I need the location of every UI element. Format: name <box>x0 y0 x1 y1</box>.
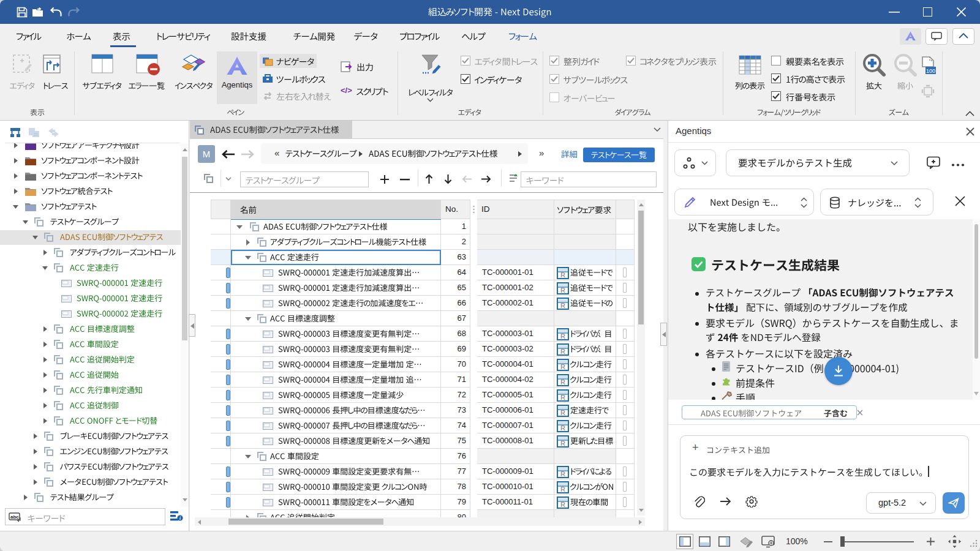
svg-text:abc: abc <box>10 514 19 520</box>
svg-text:R: R <box>560 332 565 340</box>
svg-text:100: 100 <box>926 68 935 74</box>
svg-text:R: R <box>560 485 565 493</box>
svg-text:R: R <box>560 501 565 508</box>
svg-text:R: R <box>560 302 565 309</box>
svg-text:R: R <box>560 348 565 355</box>
svg-text:R: R <box>560 470 565 478</box>
svg-text:R: R <box>560 271 565 279</box>
svg-text:R: R <box>560 409 565 416</box>
svg-text:R: R <box>560 287 565 294</box>
svg-text:R: R <box>560 440 565 447</box>
svg-text:R: R <box>560 378 565 386</box>
svg-text:R: R <box>560 424 565 432</box>
svg-text:R: R <box>560 394 565 401</box>
svg-text:R: R <box>560 363 565 370</box>
